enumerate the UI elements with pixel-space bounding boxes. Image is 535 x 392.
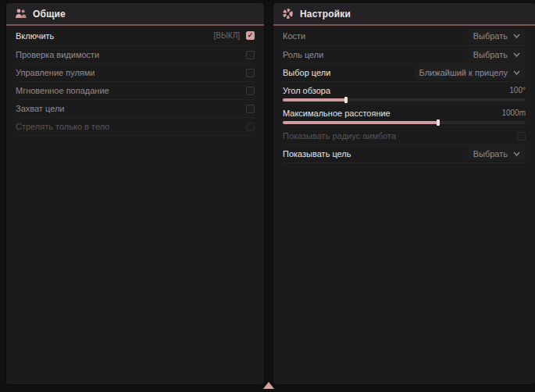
show-aim-radius-label: Показывать радиус аимбота — [283, 131, 396, 141]
row-instant-hit[interactable]: Мгновенное попадание — [16, 82, 255, 100]
max-distance-slider-fill — [283, 121, 438, 124]
row-max-distance[interactable]: Максимальное расстояние 1000m — [283, 105, 526, 127]
enable-keybind[interactable]: [ВЫКЛ] — [214, 31, 240, 40]
chevron-down-icon — [513, 34, 520, 38]
show-target-dropdown[interactable]: Выбрать — [468, 147, 526, 161]
body-only-label: Стрелять только в тело — [16, 122, 109, 131]
target-lock-checkbox[interactable] — [246, 105, 255, 113]
row-fov[interactable]: Угол обзора 100° — [283, 82, 526, 105]
row-target-lock[interactable]: Захват цели — [16, 100, 255, 118]
settings-panel-header: Настройки — [273, 3, 535, 24]
max-distance-value: 1000m — [501, 109, 526, 117]
row-visibility-check[interactable]: Проверка видимости — [16, 46, 255, 64]
target-selection-dropdown-value: Ближайший к прицелу — [419, 68, 508, 77]
settings-rows: Кости Выбрать Роль цели Выбрать Выбор це… — [273, 26, 535, 163]
fov-slider[interactable] — [283, 98, 526, 102]
bones-dropdown-value: Выбрать — [473, 31, 508, 41]
bones-label: Кости — [283, 31, 305, 41]
resize-handle-triangle-icon[interactable] — [263, 382, 274, 389]
fov-slider-handle[interactable] — [344, 97, 348, 103]
chevron-down-icon — [513, 52, 520, 57]
settings-panel-title: Настройки — [300, 9, 351, 20]
gear-icon — [282, 8, 294, 20]
fov-slider-fill — [283, 98, 346, 102]
target-selection-dropdown[interactable]: Ближайший к прицелу — [414, 66, 526, 80]
target-selection-label: Выбор цели — [283, 68, 330, 77]
visibility-check-checkbox[interactable] — [246, 51, 255, 59]
settings-panel: Настройки Кости Выбрать Роль цели Выбрат… — [273, 3, 535, 384]
instant-hit-label: Мгновенное попадание — [16, 86, 109, 95]
target-role-label: Роль цели — [283, 50, 323, 59]
show-target-label: Показывать цель — [283, 149, 351, 159]
fov-value: 100° — [509, 86, 526, 94]
row-enable[interactable]: Включить [ВЫКЛ] — [16, 26, 255, 46]
target-role-dropdown[interactable]: Выбрать — [468, 48, 526, 62]
show-aim-radius-checkbox[interactable] — [517, 132, 526, 141]
visibility-check-label: Проверка видимости — [16, 50, 99, 59]
general-panel: Общие Включить [ВЫКЛ] Проверка видимости… — [6, 3, 264, 384]
enable-label: Включить — [16, 31, 54, 41]
fov-label: Угол обзора — [283, 86, 330, 95]
chevron-down-icon — [513, 151, 520, 156]
row-show-target[interactable]: Показывать цель Выбрать — [283, 145, 526, 163]
target-role-dropdown-value: Выбрать — [473, 50, 508, 59]
row-body-only[interactable]: Стрелять только в тело — [16, 118, 255, 136]
max-distance-label: Максимальное расстояние — [283, 109, 391, 118]
body-only-checkbox[interactable] — [246, 123, 255, 131]
general-panel-title: Общие — [33, 9, 66, 20]
bones-dropdown[interactable]: Выбрать — [468, 29, 526, 43]
instant-hit-checkbox[interactable] — [246, 87, 255, 95]
general-panel-header: Общие — [6, 3, 264, 24]
row-bones[interactable]: Кости Выбрать — [283, 26, 526, 46]
show-target-dropdown-value: Выбрать — [473, 149, 508, 159]
row-bullet-control[interactable]: Управление пулями — [16, 64, 255, 82]
users-icon — [15, 8, 27, 20]
bullet-control-label: Управление пулями — [16, 68, 95, 77]
target-lock-label: Захват цели — [16, 104, 64, 113]
general-rows: Включить [ВЫКЛ] Проверка видимости Управ… — [6, 26, 264, 136]
row-target-selection[interactable]: Выбор цели Ближайший к прицелу — [283, 64, 526, 82]
row-target-role[interactable]: Роль цели Выбрать — [283, 46, 526, 64]
enable-checkbox[interactable] — [246, 31, 255, 40]
row-show-aim-radius[interactable]: Показывать радиус аимбота — [283, 127, 526, 145]
max-distance-slider-handle[interactable] — [437, 119, 440, 126]
max-distance-slider[interactable] — [283, 121, 526, 124]
chevron-down-icon — [513, 70, 520, 75]
bullet-control-checkbox[interactable] — [246, 69, 255, 77]
